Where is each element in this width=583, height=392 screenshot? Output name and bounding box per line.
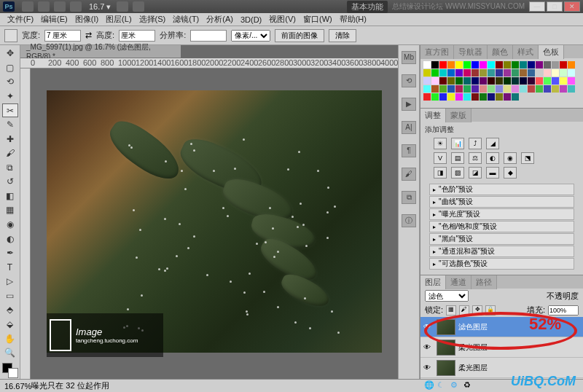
swatch[interactable] bbox=[423, 69, 431, 77]
type-tool[interactable]: T bbox=[2, 260, 18, 274]
swatch[interactable] bbox=[496, 61, 503, 68]
swatch[interactable] bbox=[512, 85, 519, 93]
swatch[interactable] bbox=[536, 69, 543, 77]
swatch[interactable] bbox=[455, 61, 463, 68]
hand-tool[interactable]: ✋ bbox=[2, 332, 18, 345]
preset-levels[interactable]: "色阶"预设 bbox=[429, 184, 574, 195]
zoom-readout[interactable]: 16.67% bbox=[4, 382, 31, 391]
swatch[interactable] bbox=[504, 69, 511, 77]
minibridge-icon[interactable]: Mb bbox=[402, 51, 416, 64]
swatch[interactable] bbox=[536, 61, 543, 68]
swatch[interactable] bbox=[552, 77, 559, 85]
clear-button[interactable]: 清除 bbox=[329, 29, 356, 42]
swatch[interactable] bbox=[496, 85, 503, 93]
eraser-tool[interactable]: ◧ bbox=[2, 189, 18, 203]
history-brush-tool[interactable]: ↺ bbox=[2, 175, 18, 189]
swatch[interactable] bbox=[544, 85, 551, 93]
3d-tool[interactable]: ⬘ bbox=[2, 303, 18, 317]
tab-histogram[interactable]: 直方图 bbox=[420, 45, 454, 59]
color-picker[interactable] bbox=[2, 363, 18, 377]
tab-channels[interactable]: 通道 bbox=[446, 275, 472, 289]
preset-bw[interactable]: "黑白"预设 bbox=[429, 233, 574, 245]
tab-color[interactable]: 颜色 bbox=[488, 45, 513, 59]
history-icon[interactable] bbox=[38, 1, 50, 12]
swatch[interactable] bbox=[431, 61, 439, 68]
swatch[interactable] bbox=[568, 77, 575, 85]
swatch[interactable] bbox=[496, 69, 503, 77]
lock-position-icon[interactable]: ✥ bbox=[472, 305, 482, 315]
swatch[interactable] bbox=[455, 77, 463, 85]
swatch[interactable] bbox=[480, 93, 487, 101]
swatch[interactable] bbox=[480, 61, 487, 68]
swatch[interactable] bbox=[512, 69, 519, 77]
width-input[interactable] bbox=[44, 30, 81, 42]
visibility-icon[interactable]: 👁 bbox=[423, 364, 434, 372]
swatch[interactable] bbox=[480, 69, 487, 77]
preset-selective[interactable]: "可选颜色"预设 bbox=[429, 258, 574, 270]
fill-input[interactable] bbox=[548, 305, 579, 315]
layer-item[interactable]: 👁 柔光图层 bbox=[420, 337, 583, 358]
swatch[interactable] bbox=[472, 77, 479, 85]
swatch[interactable] bbox=[439, 61, 447, 68]
swatch[interactable] bbox=[496, 77, 503, 85]
tab-layers[interactable]: 图层 bbox=[420, 275, 446, 289]
tab-masks[interactable]: 蒙版 bbox=[446, 109, 472, 122]
visibility-icon[interactable]: 👁 bbox=[423, 323, 434, 331]
swatch[interactable] bbox=[536, 85, 543, 93]
menu-analysis[interactable]: 分析(A) bbox=[203, 14, 236, 25]
swatch[interactable] bbox=[423, 61, 431, 68]
workspace-selector[interactable]: 基本功能 bbox=[347, 1, 388, 13]
stamp-tool[interactable]: ⧉ bbox=[2, 161, 18, 175]
swatch[interactable] bbox=[439, 69, 447, 77]
swatch[interactable] bbox=[480, 85, 487, 93]
swatch[interactable] bbox=[536, 77, 543, 85]
swatch[interactable] bbox=[423, 93, 431, 101]
brush-tool[interactable]: 🖌 bbox=[2, 146, 18, 160]
swatch[interactable] bbox=[504, 61, 511, 68]
swatch[interactable] bbox=[528, 69, 535, 77]
invert-icon[interactable]: ◨ bbox=[434, 167, 447, 179]
swatch[interactable] bbox=[439, 85, 447, 93]
swatch[interactable] bbox=[568, 61, 575, 68]
preset-curves[interactable]: "曲线"预设 bbox=[429, 196, 574, 208]
bw-icon[interactable]: ◐ bbox=[486, 152, 499, 164]
clone-panel-icon[interactable]: ⧉ bbox=[402, 191, 416, 204]
menu-edit[interactable]: 编辑(E) bbox=[38, 14, 71, 25]
swatch[interactable] bbox=[431, 77, 439, 85]
swatch[interactable] bbox=[552, 85, 559, 93]
swatch[interactable] bbox=[560, 61, 567, 68]
canvas[interactable]: Image tangcheng.tuchong.com bbox=[31, 68, 420, 392]
zoom-icon[interactable] bbox=[133, 1, 144, 12]
swatch[interactable] bbox=[560, 77, 567, 85]
swatch[interactable] bbox=[568, 69, 575, 77]
swap-icon[interactable]: ⇄ bbox=[85, 31, 92, 40]
tab-paths[interactable]: 路径 bbox=[472, 275, 497, 289]
swatch[interactable] bbox=[544, 61, 551, 68]
swatches-grid[interactable] bbox=[420, 58, 583, 108]
lasso-tool[interactable]: ⟲ bbox=[2, 75, 18, 89]
eyedropper-tool[interactable]: ✎ bbox=[2, 118, 18, 132]
swatch[interactable] bbox=[463, 93, 471, 101]
selective-icon[interactable]: ◆ bbox=[504, 167, 517, 179]
brightness-icon[interactable]: ☀ bbox=[434, 138, 447, 149]
swatch[interactable] bbox=[528, 77, 535, 85]
tab-navigator[interactable]: 导航器 bbox=[454, 45, 488, 59]
layer-thumb[interactable] bbox=[437, 340, 455, 356]
curves-icon[interactable]: ⤴ bbox=[469, 138, 482, 149]
bridge-icon[interactable] bbox=[22, 1, 34, 12]
preset-mixer[interactable]: "通道混和器"预设 bbox=[429, 246, 574, 257]
swatch[interactable] bbox=[560, 85, 567, 93]
gradient-tool[interactable]: ▦ bbox=[2, 203, 18, 217]
globe-icon[interactable]: 🌐 bbox=[424, 380, 434, 391]
swatch[interactable] bbox=[472, 85, 479, 93]
swatch[interactable] bbox=[480, 77, 487, 85]
info-icon[interactable]: ⓘ bbox=[402, 214, 416, 227]
front-image-button[interactable]: 前面的图像 bbox=[275, 29, 324, 42]
swatch[interactable] bbox=[455, 85, 463, 93]
preset-exposure[interactable]: "曝光度"预设 bbox=[429, 208, 574, 220]
swatch[interactable] bbox=[488, 69, 495, 77]
menu-view[interactable]: 视图(V) bbox=[266, 14, 299, 25]
swatch[interactable] bbox=[455, 93, 463, 101]
posterize-icon[interactable]: ▨ bbox=[451, 167, 464, 179]
swatch[interactable] bbox=[504, 85, 511, 93]
